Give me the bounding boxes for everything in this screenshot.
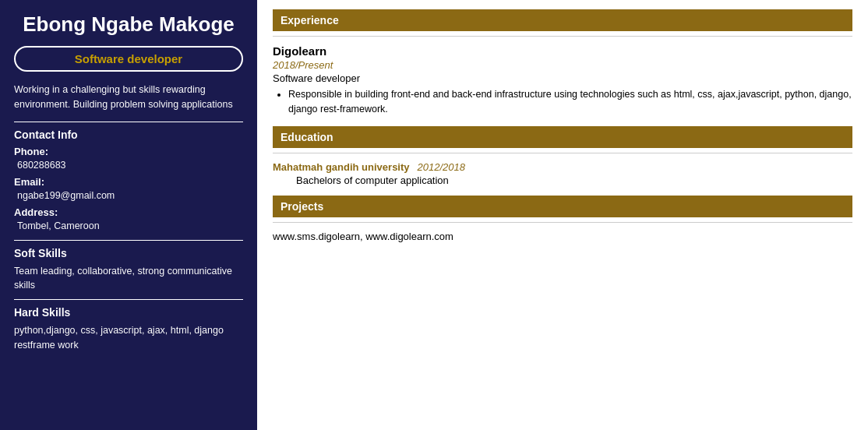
address-block: Address: Tombel, Cameroon	[14, 206, 243, 234]
hard-skills-header: Hard Skills	[14, 306, 243, 319]
edu-degree: Bachelors of computer application	[273, 174, 852, 186]
projects-section: Projects www.sms.digolearn, www.digolear…	[273, 196, 852, 242]
edu-institution: Mahatmah gandih university	[273, 161, 410, 173]
company-name: Digolearn	[273, 44, 852, 58]
job-title-box: Software developer	[14, 46, 243, 72]
education-section: Education Mahatmah gandih university 201…	[273, 126, 852, 186]
experience-divider	[273, 36, 852, 37]
address-value: Tombel, Cameroon	[14, 220, 100, 231]
full-name: Ebong Ngabe Makoge	[14, 12, 243, 37]
projects-header: Projects	[273, 196, 852, 217]
experience-section: Experience Digolearn 2018/Present Softwa…	[273, 9, 852, 117]
edu-date: 2012/2018	[418, 161, 465, 173]
main-content: Experience Digolearn 2018/Present Softwa…	[257, 0, 868, 430]
phone-block: Phone: 680288683	[14, 146, 243, 173]
email-value: ngabe199@gmail.com	[14, 190, 115, 201]
email-block: Email: ngabe199@gmail.com	[14, 176, 243, 203]
divider-2	[14, 240, 243, 241]
projects-text: www.sms.digolearn, www.digolearn.com	[273, 231, 852, 242]
address-label: Address:	[14, 206, 58, 218]
exp-role: Software developer	[273, 72, 852, 84]
job-title: Software developer	[75, 52, 182, 65]
objective-text: Working in a challenging but skills rewa…	[14, 83, 243, 112]
sidebar: Ebong Ngabe Makoge Software developer Wo…	[0, 0, 257, 430]
edu-row: Mahatmah gandih university 2012/2018	[273, 161, 852, 173]
exp-bullets-list: Responsible in building front-end and ba…	[288, 87, 852, 117]
phone-label: Phone:	[14, 146, 48, 157]
soft-skills-text: Team leading, collaborative, strong comm…	[14, 264, 243, 294]
soft-skills-header: Soft Skills	[14, 247, 243, 259]
education-divider	[273, 153, 852, 153]
phone-value: 680288683	[14, 160, 66, 171]
email-label: Email:	[14, 176, 44, 188]
education-header: Education	[273, 126, 852, 148]
contact-info-header: Contact Info	[14, 129, 243, 141]
exp-bullet-item: Responsible in building front-end and ba…	[288, 87, 852, 117]
exp-date: 2018/Present	[273, 59, 852, 71]
hard-skills-text: python,django, css, javascript, ajax, ht…	[14, 323, 243, 353]
projects-divider	[273, 222, 852, 223]
divider-3	[14, 299, 243, 300]
divider-1	[14, 122, 243, 122]
experience-header: Experience	[273, 9, 852, 31]
